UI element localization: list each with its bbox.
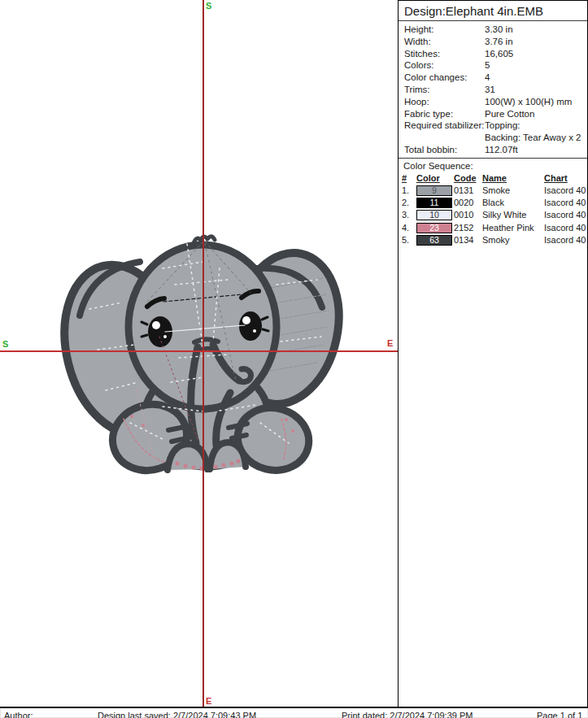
color-swatch-5: 63 — [416, 235, 452, 246]
horizontal-crosshair — [0, 350, 399, 352]
design-title: Design:Elephant 4in.EMB — [399, 1, 587, 21]
start-marker-top: S — [206, 2, 211, 11]
color-swatch-1: 9 — [416, 185, 452, 196]
start-marker-left: S — [2, 340, 8, 349]
field-fabric-type: Fabric type:Pure Cotton — [399, 108, 587, 120]
field-colors: Colors:5 — [399, 59, 587, 72]
elephant-design-preview — [0, 0, 399, 708]
field-height: Height:3.30 in — [399, 24, 587, 36]
vertical-crosshair — [203, 0, 204, 708]
footer-print-date: Print dated: 2/7/2024 7:09:39 PM — [342, 711, 473, 718]
color-sequence-table: # Color Code Name Chart 1. 9 0131 Smoke … — [399, 172, 587, 246]
color-row-3: 3. 10 0010 Silky White Isacord 40 — [399, 209, 587, 221]
footer-last-saved: Design last saved: 2/7/2024 7:09:43 PM — [98, 711, 256, 718]
color-row-2: 2. 11 0020 Black Isacord 40 — [399, 197, 587, 209]
right-eye-sparkle — [242, 316, 250, 324]
field-color-changes: Color changes:4 — [399, 72, 587, 84]
end-marker-bottom: E — [206, 697, 211, 706]
design-fields: Height:3.30 in Width:3.76 in Stitches:16… — [399, 21, 587, 156]
page-footer: Author: Design last saved: 2/7/2024 7:09… — [0, 710, 588, 718]
color-swatch-4: 23 — [416, 223, 452, 233]
field-total-bobbin: Total bobbin:112.07ft — [399, 144, 587, 156]
color-row-4: 4. 23 2152 Heather Pink Isacord 40 — [399, 222, 587, 234]
print-preview-page: S S E E Design:Elephant 4in.EMB Height:3… — [0, 0, 588, 718]
field-stabilizer-backing: Backing: Tear Away x 2 — [399, 132, 587, 144]
color-sequence-header: # Color Code Name Chart — [399, 172, 587, 185]
left-eye-sparkle — [152, 321, 160, 329]
color-row-1: 1. 9 0131 Smoke Isacord 40 — [399, 185, 587, 197]
right-eye — [239, 311, 262, 341]
field-stitches: Stitches:16,605 — [399, 48, 587, 60]
design-canvas: S S E E — [0, 0, 399, 708]
color-swatch-2: 11 — [416, 198, 452, 208]
design-info-panel: Design:Elephant 4in.EMB Height:3.30 in W… — [398, 0, 588, 707]
field-trims: Trims:31 — [399, 84, 587, 96]
field-width: Width:3.76 in — [399, 36, 587, 48]
page-bottom-rule — [0, 707, 588, 708]
color-row-5: 5. 63 0134 Smoky Isacord 40 — [399, 234, 587, 246]
footer-author: Author: — [4, 711, 33, 718]
field-hoop: Hoop:100(W) x 100(H) mm — [399, 96, 587, 108]
end-marker-right: E — [387, 339, 393, 348]
footer-page-number: Page 1 of 1 — [537, 711, 582, 718]
field-stabilizer: Required stabilizer:Topping: — [399, 120, 587, 132]
color-sequence-heading: Color Sequence: — [399, 159, 587, 172]
color-swatch-3: 10 — [416, 210, 452, 220]
